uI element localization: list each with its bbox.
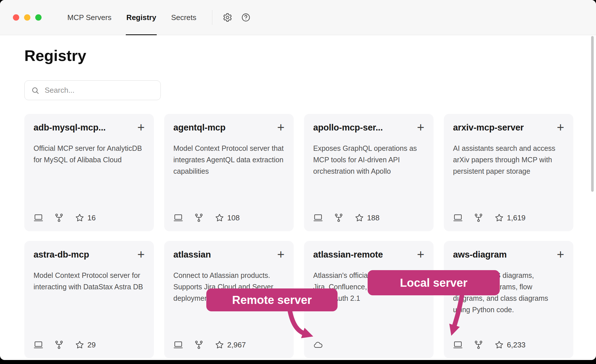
- registry-page: Registry adb-mysql-mcp... + Official MCP…: [0, 47, 596, 358]
- star-icon: [75, 213, 85, 223]
- titlebar: MCP Servers Registry Secrets: [0, 0, 596, 35]
- help-icon: [241, 13, 251, 22]
- minimize-window-button[interactable]: [24, 14, 30, 21]
- star-icon: [75, 340, 85, 350]
- close-window-button[interactable]: [13, 14, 19, 21]
- laptop-icon: [453, 340, 463, 350]
- tab-secrets[interactable]: Secrets: [170, 0, 197, 35]
- laptop-icon: [313, 213, 323, 223]
- server-description: Model Context Protocol server for intera…: [34, 270, 145, 292]
- card-footer-local: 2,967: [173, 340, 285, 350]
- server-description: Model Context Protocol server that integ…: [173, 143, 285, 177]
- star-count: 1,619: [507, 213, 526, 222]
- laptop-icon: [173, 340, 183, 350]
- search-icon: [31, 86, 40, 95]
- server-name: adb-mysql-mcp...: [34, 122, 106, 133]
- server-description: Exposes GraphQL operations as MCP tools …: [313, 143, 424, 177]
- star-count: 188: [367, 213, 379, 222]
- settings-button[interactable]: [223, 13, 232, 22]
- git-fork-icon: [194, 340, 204, 350]
- server-name: aws-diagram: [453, 250, 507, 260]
- server-description: AI assistants search and access arXiv pa…: [453, 143, 564, 177]
- server-name: atlassian-remote: [313, 250, 383, 260]
- add-server-button[interactable]: +: [277, 122, 285, 132]
- server-card[interactable]: arxiv-mcp-server + AI assistants search …: [444, 114, 573, 231]
- add-server-button[interactable]: +: [417, 250, 424, 259]
- local-server-annotation: Local server: [368, 270, 500, 295]
- add-server-button[interactable]: +: [557, 122, 564, 132]
- card-footer-local: 16: [34, 213, 145, 223]
- server-card[interactable]: astra-db-mcp + Model Context Protocol se…: [24, 241, 154, 358]
- git-fork-icon: [334, 213, 344, 223]
- star-count: 108: [227, 213, 240, 222]
- card-footer-local: 1,619: [453, 213, 564, 223]
- card-footer-remote: [313, 340, 424, 350]
- server-name: agentql-mcp: [173, 122, 226, 133]
- search-box: [24, 80, 161, 100]
- page-title: Registry: [24, 47, 596, 64]
- gear-icon: [223, 13, 232, 22]
- git-fork-icon: [54, 213, 64, 223]
- zoom-window-button[interactable]: [35, 14, 42, 21]
- server-name: astra-db-mcp: [34, 250, 89, 260]
- star-icon: [494, 340, 504, 350]
- tab-registry[interactable]: Registry: [126, 0, 157, 35]
- add-server-button[interactable]: +: [277, 250, 285, 259]
- add-server-button[interactable]: +: [557, 250, 564, 259]
- cloud-icon: [313, 340, 323, 350]
- card-footer-local: 6,233: [453, 340, 564, 350]
- star-count-group: 16: [75, 213, 96, 223]
- laptop-icon: [34, 340, 43, 350]
- star-icon: [215, 340, 224, 350]
- window-controls: [13, 14, 42, 21]
- server-card-grid: adb-mysql-mcp... + Official MCP server f…: [24, 114, 596, 358]
- tab-mcp-servers[interactable]: MCP Servers: [67, 0, 112, 35]
- star-count-group: 6,233: [494, 340, 526, 350]
- star-count: 2,967: [227, 341, 246, 349]
- server-card[interactable]: apollo-mcp-ser... + Exposes GraphQL oper…: [304, 114, 434, 231]
- star-count: 6,233: [507, 341, 526, 349]
- git-fork-icon: [474, 213, 483, 223]
- scrollbar-thumb[interactable]: [591, 36, 594, 192]
- server-card[interactable]: agentql-mcp + Model Context Protocol ser…: [164, 114, 294, 231]
- server-name: atlassian: [173, 250, 211, 260]
- search-input[interactable]: [44, 86, 154, 95]
- server-name: arxiv-mcp-server: [453, 122, 524, 133]
- star-count: 29: [87, 341, 96, 349]
- remote-server-annotation: Remote server: [206, 288, 338, 311]
- add-server-button[interactable]: +: [137, 122, 145, 132]
- star-count-group: 108: [215, 213, 240, 223]
- app-window: MCP Servers Registry Secrets: [0, 0, 596, 360]
- server-card[interactable]: adb-mysql-mcp... + Official MCP server f…: [24, 114, 154, 231]
- laptop-icon: [34, 213, 43, 223]
- git-fork-icon: [474, 340, 483, 350]
- card-footer-local: 29: [34, 340, 145, 350]
- add-server-button[interactable]: +: [417, 122, 424, 132]
- card-footer-local: 188: [313, 213, 424, 223]
- star-count-group: 29: [75, 340, 96, 350]
- server-name: apollo-mcp-ser...: [313, 122, 383, 133]
- server-card[interactable]: aws-diagram + Generate AWS diagrams, seq…: [444, 241, 573, 358]
- laptop-icon: [173, 213, 183, 223]
- add-server-button[interactable]: +: [137, 250, 145, 259]
- star-count-group: 1,619: [494, 213, 526, 223]
- star-count-group: 188: [354, 213, 379, 223]
- git-fork-icon: [194, 213, 204, 223]
- card-footer-local: 108: [173, 213, 285, 223]
- main-tabs: MCP Servers Registry Secrets: [67, 0, 197, 35]
- server-description: Official MCP server for AnalyticDB for M…: [34, 143, 145, 165]
- star-icon: [354, 213, 364, 223]
- star-count: 16: [87, 213, 96, 222]
- laptop-icon: [453, 213, 463, 223]
- star-icon: [494, 213, 504, 223]
- star-icon: [215, 213, 224, 223]
- star-count-group: 2,967: [215, 340, 246, 350]
- titlebar-divider: [212, 10, 212, 25]
- help-button[interactable]: [241, 13, 251, 22]
- git-fork-icon: [54, 340, 64, 350]
